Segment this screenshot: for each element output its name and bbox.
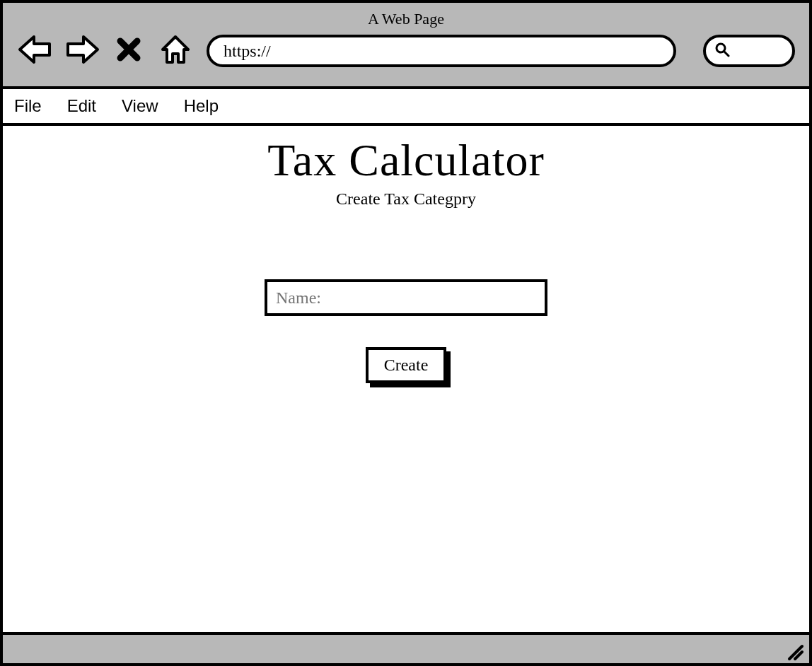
- browser-page-title: A Web Page: [17, 7, 795, 33]
- menu-bar: File Edit View Help: [3, 89, 809, 126]
- search-input[interactable]: [703, 35, 795, 67]
- browser-toolbar: https://: [17, 33, 795, 69]
- back-button[interactable]: [17, 33, 54, 69]
- arrow-left-icon: [17, 34, 54, 68]
- page-title: Tax Calculator: [267, 134, 545, 187]
- forward-button[interactable]: [64, 33, 100, 69]
- url-input[interactable]: https://: [207, 35, 676, 67]
- create-button[interactable]: Create: [366, 347, 447, 383]
- menu-item-help[interactable]: Help: [184, 96, 219, 116]
- menu-item-file[interactable]: File: [14, 96, 42, 116]
- url-text: https://: [224, 42, 271, 61]
- status-bar: [3, 632, 809, 663]
- stop-button[interactable]: [110, 33, 147, 69]
- create-form: Create: [265, 279, 547, 383]
- svg-line-1: [724, 52, 729, 56]
- menu-item-edit[interactable]: Edit: [67, 96, 96, 116]
- home-button[interactable]: [157, 33, 194, 69]
- arrow-right-icon: [64, 34, 100, 68]
- name-field[interactable]: [265, 279, 547, 316]
- x-icon: [116, 37, 141, 65]
- browser-window: A Web Page: [0, 0, 812, 666]
- browser-chrome: A Web Page: [3, 3, 809, 89]
- create-button-wrap: Create: [366, 347, 447, 383]
- home-icon: [160, 34, 191, 68]
- search-icon: [714, 42, 730, 60]
- page-content: Tax Calculator Create Tax Categpry Creat…: [3, 126, 809, 632]
- menu-item-view[interactable]: View: [122, 96, 158, 116]
- nav-icons: [17, 33, 194, 69]
- page-subtitle: Create Tax Categpry: [336, 189, 476, 209]
- resize-grip-icon[interactable]: [784, 641, 805, 662]
